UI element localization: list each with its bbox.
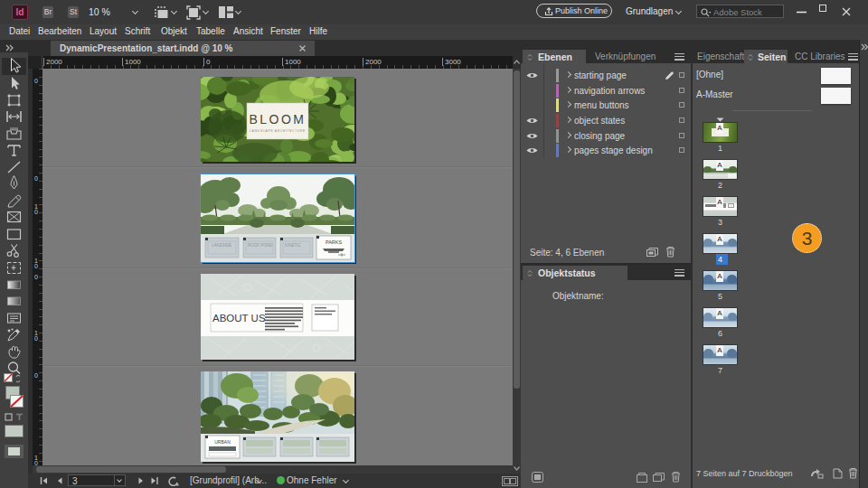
svg-text:ROOF POND: ROOF POND (248, 243, 273, 248)
svg-text:ABOUT US: ABOUT US (212, 313, 266, 324)
svg-text:KINETIC: KINETIC (285, 243, 302, 248)
svg-text:BLOOM: BLOOM (249, 112, 306, 127)
svg-text:PARKS: PARKS (326, 239, 343, 245)
svg-text:URBAN: URBAN (214, 439, 231, 445)
svg-text:LAKESIDE: LAKESIDE (212, 243, 231, 248)
svg-text:LANDSCAPE ARCHITECTURE: LANDSCAPE ARCHITECTURE (250, 129, 306, 133)
